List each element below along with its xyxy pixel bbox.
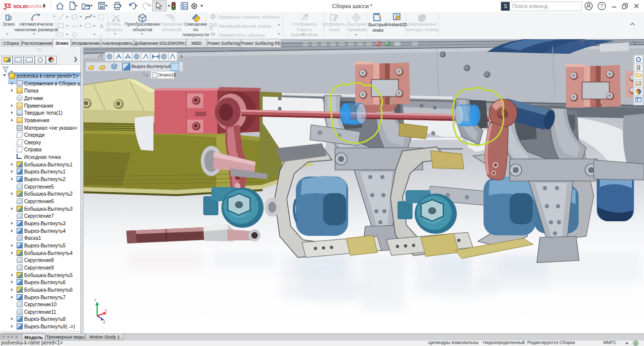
svg-text:?: ?: [600, 4, 603, 9]
svg-text:Y: Y: [94, 298, 97, 302]
svg-text:X: X: [105, 309, 107, 312]
svg-text:Z: Z: [103, 320, 106, 324]
svg-text:A: A: [100, 23, 104, 29]
